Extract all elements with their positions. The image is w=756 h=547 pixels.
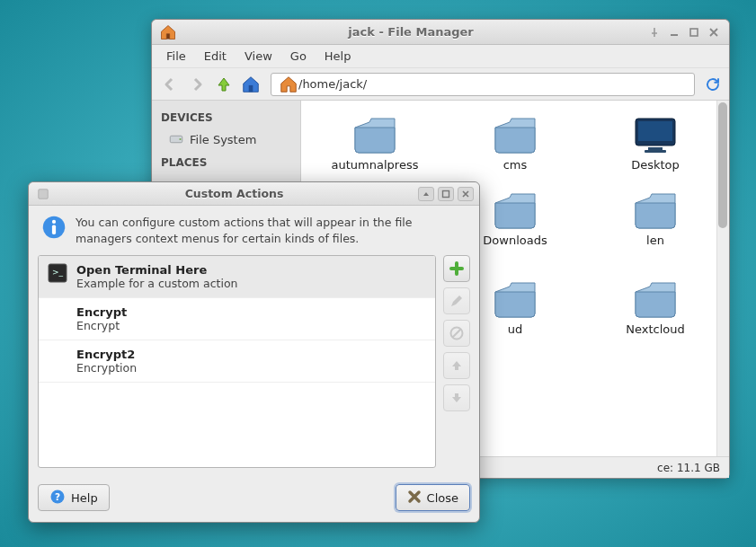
- edit-button[interactable]: [443, 287, 470, 314]
- action-name: Open Terminal Here: [76, 263, 237, 277]
- svg-rect-13: [443, 190, 449, 197]
- move-down-button[interactable]: [443, 384, 470, 411]
- dialog-title: Custom Actions: [50, 187, 418, 200]
- up-button[interactable]: [211, 72, 236, 97]
- sidebar-header-devices: DEVICES: [152, 106, 300, 128]
- move-up-button[interactable]: [443, 352, 470, 379]
- blank-icon: [48, 348, 67, 367]
- folder-item[interactable]: cms: [447, 110, 583, 176]
- action-name: Encrypt: [76, 305, 127, 319]
- home-icon: [279, 75, 298, 94]
- refresh-button[interactable]: [702, 74, 724, 95]
- folder-item[interactable]: autumnalpress: [307, 110, 443, 176]
- dialog-titlebar[interactable]: Custom Actions: [29, 182, 479, 206]
- action-buttons: [443, 255, 470, 468]
- folder-item[interactable]: Nextcloud: [587, 274, 724, 340]
- action-list[interactable]: >_Open Terminal HereExample for a custom…: [38, 255, 436, 468]
- dialog-info-text: You can configure custom actions that wi…: [76, 215, 467, 246]
- action-row[interactable]: >_Open Terminal HereExample for a custom…: [39, 256, 435, 298]
- svg-rect-3: [249, 84, 253, 91]
- svg-point-5: [179, 138, 181, 140]
- svg-rect-2: [690, 29, 698, 36]
- svg-rect-0: [166, 33, 169, 39]
- folder-icon: [490, 278, 540, 319]
- add-button[interactable]: [443, 255, 470, 282]
- rollup-icon[interactable]: [418, 187, 434, 201]
- blank-icon: [48, 305, 67, 325]
- toolbar: /home/jack/: [152, 68, 729, 101]
- close-label: Close: [427, 491, 458, 505]
- delete-button[interactable]: [443, 320, 470, 347]
- dialog-info: You can configure custom actions that wi…: [29, 206, 479, 255]
- desktop-icon: [630, 113, 680, 154]
- maximize-icon[interactable]: [684, 23, 704, 41]
- svg-rect-12: [39, 189, 49, 199]
- help-icon: ?: [49, 489, 66, 507]
- folder-icon: [630, 189, 680, 230]
- svg-rect-16: [52, 225, 56, 234]
- folder-label: Nextcloud: [626, 322, 685, 337]
- menu-file[interactable]: File: [159, 47, 193, 66]
- action-row[interactable]: Encrypt2Encryption: [39, 340, 435, 383]
- close-icon: [407, 490, 422, 507]
- custom-actions-dialog: Custom Actions You can configure custom …: [28, 181, 480, 523]
- drive-icon: [168, 131, 184, 147]
- menu-edit[interactable]: Edit: [197, 47, 234, 66]
- back-button[interactable]: [157, 72, 182, 97]
- sidebar-item-label: File System: [190, 133, 256, 146]
- action-desc: Example for a custom action: [76, 277, 237, 290]
- action-desc: Encryption: [76, 361, 137, 375]
- dialog-footer: ? Help Close: [29, 475, 479, 522]
- folder-label: cms: [503, 158, 528, 172]
- window-controls: [645, 23, 724, 41]
- fm-title: jack - File Manager: [177, 25, 645, 39]
- help-button[interactable]: ? Help: [38, 484, 110, 511]
- fm-titlebar[interactable]: jack - File Manager: [152, 20, 729, 45]
- folder-label: autumnalpress: [332, 158, 419, 172]
- menu-help[interactable]: Help: [317, 47, 359, 66]
- scrollbar[interactable]: [716, 101, 729, 456]
- folder-label: Desktop: [631, 158, 680, 172]
- close-icon[interactable]: [704, 23, 724, 41]
- minimize-icon[interactable]: [664, 23, 684, 41]
- folder-icon: [490, 189, 540, 230]
- action-desc: Encrypt: [76, 319, 127, 332]
- close-icon[interactable]: [458, 187, 474, 201]
- forward-button[interactable]: [184, 72, 209, 97]
- action-name: Encrypt2: [76, 348, 137, 361]
- folder-item[interactable]: Desktop: [587, 110, 724, 176]
- folder-label: ud: [508, 322, 523, 337]
- home-button[interactable]: [238, 72, 263, 97]
- settings-icon: [36, 187, 50, 201]
- dialog-window-controls: [418, 187, 474, 201]
- folder-icon: [350, 113, 400, 154]
- folder-label: Downloads: [483, 234, 547, 248]
- svg-text:>_: >_: [52, 268, 64, 277]
- status-text: ce: 11.1 GB: [657, 462, 720, 474]
- folder-label: len: [646, 234, 664, 248]
- help-label: Help: [71, 491, 98, 505]
- menubar: File Edit View Go Help: [152, 45, 729, 68]
- stick-icon[interactable]: [645, 23, 664, 41]
- svg-rect-7: [638, 121, 672, 141]
- svg-rect-9: [645, 150, 666, 153]
- sidebar-item-filesystem[interactable]: File System: [152, 128, 300, 151]
- svg-line-20: [453, 330, 461, 338]
- svg-text:?: ?: [55, 490, 60, 501]
- menu-go[interactable]: Go: [283, 47, 314, 66]
- info-icon: [41, 215, 67, 240]
- terminal-icon: >_: [48, 263, 67, 283]
- menu-view[interactable]: View: [237, 47, 280, 66]
- svg-point-15: [52, 220, 56, 224]
- path-text: /home/jack/: [298, 77, 367, 91]
- home-icon: [159, 23, 177, 41]
- folder-icon: [630, 278, 680, 319]
- svg-rect-8: [648, 147, 663, 150]
- maximize-icon[interactable]: [438, 187, 454, 201]
- action-row[interactable]: EncryptEncrypt: [39, 298, 435, 340]
- folder-item[interactable]: len: [587, 185, 724, 265]
- close-button[interactable]: Close: [396, 484, 470, 511]
- path-input[interactable]: /home/jack/: [271, 73, 695, 96]
- sidebar-header-places: PLACES: [152, 151, 300, 172]
- folder-icon: [490, 113, 540, 154]
